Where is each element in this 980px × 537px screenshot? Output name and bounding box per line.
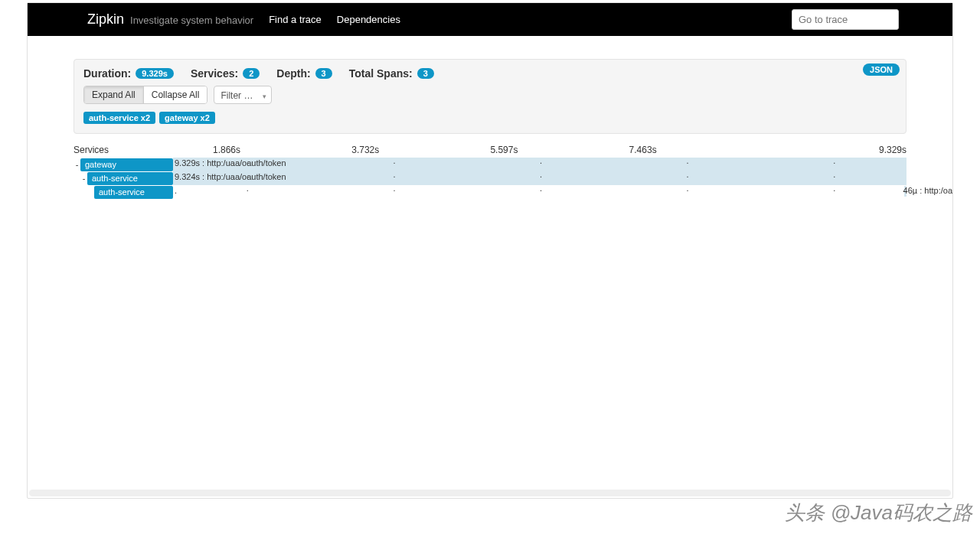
service-label-auth[interactable]: auth-service xyxy=(94,186,173,199)
trace-table: Services 1.866s 3.732s 5.597s 7.463s 9.3… xyxy=(74,145,906,199)
span-row[interactable]: auth-service . 46µ : http:/oa xyxy=(74,185,906,199)
horizontal-scrollbar[interactable] xyxy=(29,490,951,496)
total-spans-label: Total Spans: xyxy=(349,67,413,80)
collapse-all-button[interactable]: Collapse All xyxy=(143,86,207,103)
services-value: 2 xyxy=(243,68,260,79)
tag-gateway[interactable]: gateway x2 xyxy=(159,112,215,124)
tick-3: 5.597s xyxy=(490,145,629,155)
services-label: Services: xyxy=(191,67,238,80)
json-button[interactable]: JSON xyxy=(863,63,900,76)
go-to-trace-input[interactable] xyxy=(792,9,899,30)
col-services-header: Services xyxy=(74,145,173,155)
brand-title: Zipkin xyxy=(87,11,124,28)
brand-subtitle: Investigate system behavior xyxy=(130,15,253,26)
collapse-toggle[interactable]: - xyxy=(80,171,87,185)
tick-1: 1.866s xyxy=(173,145,351,155)
tick-2: 3.732s xyxy=(351,145,490,155)
service-label-auth[interactable]: auth-service xyxy=(87,172,173,185)
collapse-toggle[interactable]: - xyxy=(74,158,80,171)
nav-find-trace[interactable]: Find a trace xyxy=(269,14,322,25)
duration-label: Duration: xyxy=(83,67,131,80)
watermark: 头条 @Java码农之路 xyxy=(785,500,972,501)
summary-panel: JSON Duration: 9.329s Services: 2 Depth:… xyxy=(74,59,906,134)
span-row[interactable]: - auth-service 9.324s : http:/uaa/oauth/… xyxy=(74,171,906,185)
depth-label: Depth: xyxy=(276,67,310,80)
tag-auth-service[interactable]: auth-service x2 xyxy=(83,112,155,124)
service-label-gateway[interactable]: gateway xyxy=(80,158,173,171)
depth-value: 3 xyxy=(315,68,332,79)
span-text-right: 46µ : http:/oa xyxy=(903,186,952,195)
expand-collapse-group: Expand All Collapse All xyxy=(83,86,207,104)
filter-select[interactable]: Filter S… xyxy=(214,86,272,104)
span-row[interactable]: - gateway 9.329s : http:/uaa/oauth/token xyxy=(74,158,906,171)
nav-dependencies[interactable]: Dependencies xyxy=(337,14,400,25)
navbar: Zipkin Investigate system behavior Find … xyxy=(28,3,952,36)
brand[interactable]: Zipkin Investigate system behavior xyxy=(87,11,253,28)
tick-5: 9.329s xyxy=(768,145,906,155)
duration-value: 9.329s xyxy=(136,68,174,79)
tick-4: 7.463s xyxy=(629,145,768,155)
expand-all-button[interactable]: Expand All xyxy=(84,86,143,103)
total-spans-value: 3 xyxy=(417,68,434,79)
